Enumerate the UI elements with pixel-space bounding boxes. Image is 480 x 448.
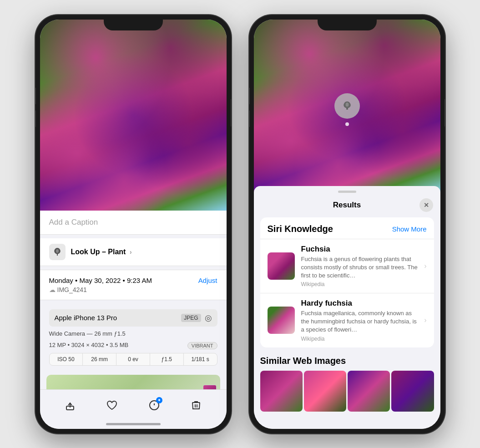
- knowledge-item-fuchsia[interactable]: Fuchsia Fuchsia is a genus of flowering …: [260, 239, 434, 293]
- volume-down-button[interactable]: [35, 111, 36, 127]
- similar-image-2[interactable]: [304, 371, 346, 412]
- lookup-label[interactable]: Look Up – Plant ›: [71, 248, 132, 256]
- hardy-description: Fuchsia magellanica, commonly known as t…: [301, 309, 418, 334]
- camera-spec-row: Wide Camera — 26 mm ƒ1.5: [49, 330, 217, 339]
- results-title: Results: [333, 201, 361, 210]
- hardy-chevron: ›: [424, 316, 426, 324]
- volume-up-button-right[interactable]: [249, 88, 250, 104]
- filename-text: IMG_4241: [57, 286, 87, 293]
- camera-section: Apple iPhone 13 Pro JPEG ◎ Wide Camera —…: [40, 304, 227, 371]
- drag-handle[interactable]: [338, 191, 356, 193]
- similar-image-3[interactable]: [348, 371, 390, 412]
- map-preview[interactable]: [46, 375, 220, 389]
- fuchsia-text: Fuchsia Fuchsia is a genus of flowering …: [301, 245, 418, 288]
- camera-top-row: Apple iPhone 13 Pro JPEG ◎: [49, 309, 217, 327]
- results-header: Results ✕: [254, 196, 440, 217]
- visual-search-dot: [345, 122, 349, 126]
- similar-header: Similar Web Images: [260, 354, 434, 371]
- vibrant-badge: VIBRANT: [187, 342, 217, 349]
- visual-search-button[interactable]: [334, 93, 360, 119]
- exif-iso: ISO 50: [50, 353, 83, 365]
- info-badge: ✦: [156, 397, 162, 403]
- exif-aperture: ƒ1.5: [150, 353, 184, 365]
- fuchsia-name: Fuchsia: [301, 245, 418, 254]
- caption-area[interactable]: Add a Caption: [40, 211, 227, 235]
- lookup-icon: [49, 244, 66, 260]
- delete-button[interactable]: [186, 395, 206, 415]
- left-phone-screen: Add a Caption Look Up – Plant ›: [40, 20, 227, 429]
- filename-row: ☁ IMG_4241: [49, 286, 217, 293]
- jpeg-badge: JPEG: [181, 314, 201, 322]
- volume-up-button[interactable]: [35, 88, 36, 104]
- results-close-button[interactable]: ✕: [419, 198, 433, 212]
- left-phone: Add a Caption Look Up – Plant ›: [35, 15, 231, 433]
- lookup-row[interactable]: Look Up – Plant ›: [40, 238, 227, 266]
- photo-date: Monday • May 30, 2022 • 9:23 AM: [49, 277, 152, 284]
- hardy-name: Hardy fuchsia: [301, 299, 418, 308]
- fuchsia-source: Wikipedia: [301, 281, 418, 287]
- camera-spec1: Wide Camera — 26 mm ƒ1.5: [49, 330, 126, 337]
- exif-row: ISO 50 26 mm 0 ev ƒ1.5 1/181 s: [49, 353, 217, 366]
- exif-ev: 0 ev: [116, 353, 150, 365]
- show-more-button[interactable]: Show More: [392, 225, 427, 233]
- knowledge-item-hardy[interactable]: Hardy fuchsia Fuchsia magellanica, commo…: [260, 293, 434, 347]
- map-thumbnail: [203, 385, 217, 389]
- favorite-button[interactable]: [102, 395, 122, 415]
- aperture-icon: ◎: [205, 313, 212, 323]
- similar-images-row: [260, 371, 434, 412]
- metadata-section: Monday • May 30, 2022 • 9:23 AM Adjust ☁…: [40, 270, 227, 300]
- photo-display-left[interactable]: [40, 20, 227, 211]
- camera-spec2: 12 MP • 3024 × 4032 • 3.5 MB: [49, 342, 129, 348]
- similar-image-4[interactable]: [391, 371, 434, 412]
- camera-spec2-row: 12 MP • 3024 × 4032 • 3.5 MB VIBRANT: [49, 342, 217, 350]
- adjust-button[interactable]: Adjust: [198, 277, 217, 284]
- info-button[interactable]: ✦: [144, 395, 164, 415]
- camera-model: Apple iPhone 13 Pro: [55, 314, 117, 322]
- camera-badges: JPEG ◎: [181, 313, 212, 323]
- right-phone: Results ✕ Siri Knowledge Show More: [249, 15, 445, 433]
- cloud-icon: ☁: [49, 286, 56, 293]
- hardy-source: Wikipedia: [301, 336, 418, 342]
- caption-placeholder[interactable]: Add a Caption: [49, 218, 98, 227]
- exif-shutter: 1/181 s: [184, 353, 217, 365]
- lookup-chevron: ›: [130, 248, 132, 256]
- svg-point-0: [56, 249, 59, 253]
- hardy-thumbnail: [268, 307, 295, 334]
- exif-focal: 26 mm: [83, 353, 116, 365]
- power-button[interactable]: [231, 99, 231, 126]
- svg-point-7: [345, 102, 349, 106]
- results-panel[interactable]: Results ✕ Siri Knowledge Show More: [254, 186, 440, 429]
- hardy-text: Hardy fuchsia Fuchsia magellanica, commo…: [301, 299, 418, 342]
- siri-knowledge-title: Siri Knowledge: [268, 224, 333, 234]
- fuchsia-chevron: ›: [424, 262, 426, 270]
- right-phone-screen: Results ✕ Siri Knowledge Show More: [254, 20, 440, 429]
- similar-title: Similar Web Images: [260, 356, 346, 366]
- home-indicator: [106, 423, 161, 425]
- power-button-right[interactable]: [445, 99, 445, 126]
- fuchsia-description: Fuchsia is a genus of flowering plants t…: [301, 255, 418, 280]
- similar-image-1[interactable]: [260, 371, 303, 412]
- photo-display-right[interactable]: [254, 20, 440, 192]
- volume-down-button-right[interactable]: [249, 111, 250, 127]
- info-panel: Add a Caption Look Up – Plant ›: [40, 211, 227, 389]
- fuchsia-thumbnail: [268, 252, 295, 280]
- siri-knowledge-section: Siri Knowledge Show More Fuchsia Fuchsia…: [260, 217, 434, 347]
- similar-section: Similar Web Images: [254, 354, 440, 412]
- siri-knowledge-header: Siri Knowledge Show More: [260, 217, 434, 239]
- share-button[interactable]: [60, 395, 80, 415]
